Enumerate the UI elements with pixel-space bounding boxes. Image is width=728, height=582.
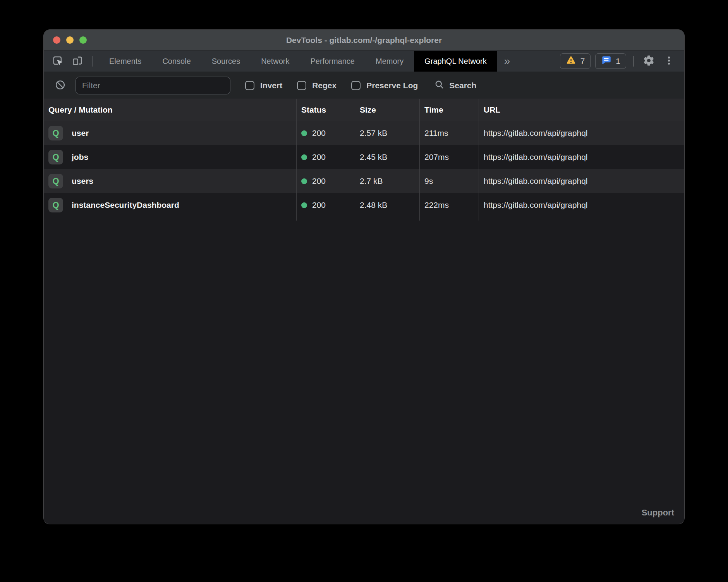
url-cell: https://gitlab.com/api/graphql <box>479 121 684 145</box>
warning-count: 7 <box>580 56 585 66</box>
regex-filter-toggle[interactable]: Regex <box>297 81 337 90</box>
tab-graphql-network[interactable]: GraphQL Network <box>414 51 497 72</box>
status-code: 200 <box>312 176 326 186</box>
column-header-time[interactable]: Time <box>419 99 479 121</box>
tab-console[interactable]: Console <box>152 51 201 72</box>
invert-filter-toggle[interactable]: Invert <box>245 81 282 90</box>
device-toolbar-icon <box>71 55 83 68</box>
status-code: 200 <box>312 200 326 210</box>
column-header-size[interactable]: Size <box>355 99 419 121</box>
column-header-status[interactable]: Status <box>296 99 355 121</box>
inspect-cursor-icon <box>52 55 64 68</box>
request-row-users[interactable]: Qusers2002.7 kB9shttps://gitlab.com/api/… <box>44 169 684 193</box>
preserve-log-label: Preserve Log <box>366 81 418 90</box>
table-header: Query / MutationStatusSizeTimeURL <box>44 99 684 121</box>
url-cell: https://gitlab.com/api/graphql <box>479 145 684 169</box>
size-cell: 2.7 kB <box>355 169 419 193</box>
request-row-jobs[interactable]: Qjobs2002.45 kB207mshttps://gitlab.com/a… <box>44 145 684 169</box>
status-ok-dot <box>301 202 307 208</box>
tab-performance[interactable]: Performance <box>300 51 366 72</box>
status-cell: 200 <box>296 169 355 193</box>
time-cell: 207ms <box>419 145 479 169</box>
query-name-cell: Qusers <box>44 169 296 193</box>
query-name-cell: Quser <box>44 121 296 145</box>
query-type-badge: Q <box>48 198 63 212</box>
support-link[interactable]: Support <box>642 508 674 518</box>
kebab-menu-icon <box>663 55 675 67</box>
search-button[interactable]: Search <box>434 79 476 91</box>
query-name: instanceSecurityDashboard <box>72 200 179 210</box>
devtools-toolbar: ElementsConsoleSourcesNetworkPerformance… <box>44 51 684 72</box>
column-header-url[interactable]: URL <box>479 99 684 121</box>
time-cell: 222ms <box>419 193 479 217</box>
query-name-cell: Qjobs <box>44 145 296 169</box>
url-cell: https://gitlab.com/api/graphql <box>479 169 684 193</box>
time-cell: 211ms <box>419 121 479 145</box>
query-type-badge: Q <box>48 150 63 164</box>
query-type-badge: Q <box>48 126 63 140</box>
status-ok-dot <box>301 130 307 136</box>
clear-requests-button[interactable] <box>52 78 68 93</box>
query-name: user <box>72 128 89 138</box>
toolbar-right-icons: 7 1 <box>560 51 684 72</box>
inspect-element-button[interactable] <box>51 54 65 68</box>
titlebar: DevTools - gitlab.com/-/graphql-explorer <box>44 30 684 51</box>
panel-tabs: ElementsConsoleSourcesNetworkPerformance… <box>99 51 497 72</box>
status-ok-dot <box>301 154 307 160</box>
warning-icon <box>566 55 576 67</box>
query-name: users <box>72 176 93 186</box>
tab-elements[interactable]: Elements <box>99 51 152 72</box>
warnings-badge[interactable]: 7 <box>560 53 591 69</box>
badge-separator <box>633 56 634 67</box>
regex-label: Regex <box>312 81 337 90</box>
block-icon <box>55 79 66 92</box>
size-cell: 2.45 kB <box>355 145 419 169</box>
search-icon <box>434 79 445 91</box>
screen: DevTools - gitlab.com/-/graphql-explorer <box>0 0 728 582</box>
tab-network[interactable]: Network <box>251 51 300 72</box>
invert-label: Invert <box>260 81 282 90</box>
time-cell: 9s <box>419 169 479 193</box>
messages-badge[interactable]: 1 <box>595 53 626 69</box>
url-cell: https://gitlab.com/api/graphql <box>479 193 684 217</box>
filter-toolbar: Invert Regex Preserve Log Search <box>44 72 684 99</box>
query-name-cell: QinstanceSecurityDashboard <box>44 193 296 217</box>
message-count: 1 <box>616 56 620 66</box>
filter-input[interactable] <box>76 77 230 94</box>
tab-memory[interactable]: Memory <box>365 51 414 72</box>
toolbar-separator <box>92 56 93 67</box>
search-label: Search <box>449 81 476 90</box>
devtools-window: DevTools - gitlab.com/-/graphql-explorer <box>43 29 685 524</box>
status-cell: 200 <box>296 193 355 217</box>
empty-area: Support <box>44 221 684 524</box>
table-body: Quser2002.57 kB211mshttps://gitlab.com/a… <box>44 121 684 217</box>
query-name: jobs <box>72 152 88 162</box>
status-code: 200 <box>312 152 326 162</box>
size-cell: 2.48 kB <box>355 193 419 217</box>
table-divider-stub <box>44 217 684 221</box>
preserve-log-toggle[interactable]: Preserve Log <box>351 81 418 90</box>
status-cell: 200 <box>296 145 355 169</box>
column-header-query-mutation[interactable]: Query / Mutation <box>44 99 296 121</box>
status-code: 200 <box>312 128 326 138</box>
device-toolbar-button[interactable] <box>70 54 84 68</box>
message-bubble-icon <box>601 55 611 67</box>
request-row-instancesecuritydashboard[interactable]: QinstanceSecurityDashboard2002.48 kB222m… <box>44 193 684 217</box>
request-row-user[interactable]: Quser2002.57 kB211mshttps://gitlab.com/a… <box>44 121 684 145</box>
size-cell: 2.57 kB <box>355 121 419 145</box>
query-type-badge: Q <box>48 174 63 188</box>
regex-checkbox[interactable] <box>297 81 306 90</box>
tab-sources[interactable]: Sources <box>201 51 251 72</box>
invert-checkbox[interactable] <box>245 81 254 90</box>
status-cell: 200 <box>296 121 355 145</box>
gear-icon <box>643 55 655 68</box>
toolbar-left-icons <box>44 51 95 72</box>
preserve-log-checkbox[interactable] <box>351 81 361 90</box>
settings-button[interactable] <box>641 53 656 69</box>
more-tabs-button[interactable]: » <box>497 51 517 72</box>
more-options-button[interactable] <box>661 53 676 69</box>
status-ok-dot <box>301 178 307 184</box>
window-title: DevTools - gitlab.com/-/graphql-explorer <box>44 36 684 45</box>
